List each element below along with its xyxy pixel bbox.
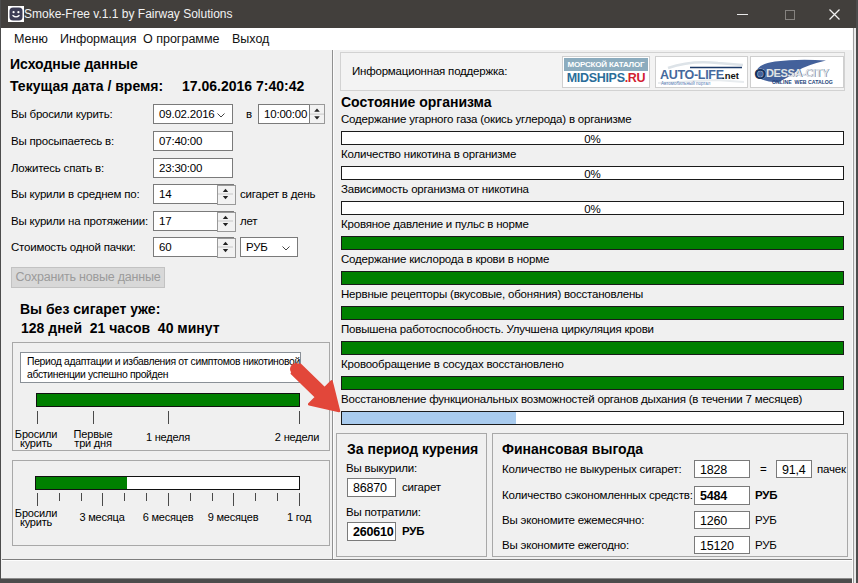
svg-text:DESSA-CITY: DESSA-CITY	[766, 67, 830, 79]
svg-text:Автомобильный портал: Автомобильный портал	[661, 80, 711, 86]
svg-text:ONLINE WEB CATALOG: ONLINE WEB CATALOG	[772, 79, 833, 85]
svg-text:O: O	[754, 65, 766, 82]
svg-text:.net: .net	[722, 70, 740, 81]
